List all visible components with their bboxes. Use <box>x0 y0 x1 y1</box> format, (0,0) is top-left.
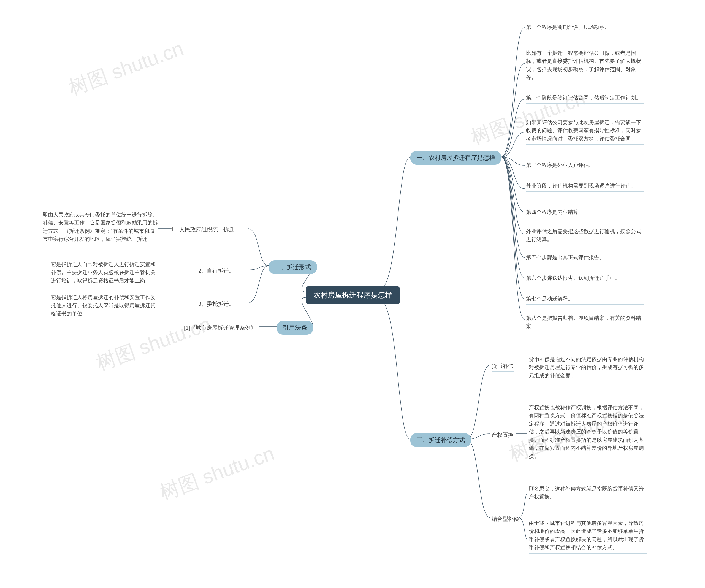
leaf-b1-11: 第八个是把报告归档。即项目结案，有关的资料结案。 <box>526 314 645 332</box>
leaf-b1-5: 外业阶段，评估机构需要到现场逐户进行评估。 <box>526 182 645 192</box>
leaf-b3-2-0: 顾名思义，这种补偿方式就是指既给货币补偿又给产权置换。 <box>529 485 647 503</box>
leaf-b1-9: 第六个步骤送达报告。送到拆迁户手中。 <box>526 274 645 284</box>
watermark: 树图 shutu.cn <box>93 311 215 376</box>
leaf-b1-6: 第四个程序是内业结算。 <box>526 208 645 218</box>
watermark: 树图 shutu.cn <box>156 440 278 506</box>
leaf-b1-8: 第五个步骤是出具正式评估报告。 <box>526 254 645 263</box>
leaf-b3-0-0: 货币补偿是通过不同的法定依据由专业的评估机构对被拆迁房屋进行专业的估价，生成有据… <box>529 355 647 381</box>
leaf-b1-7: 外业评估之后需要把这些数据进行输机，按照公式进行测算。 <box>526 227 645 245</box>
sub-b2-1-title[interactable]: 2、自行拆迁。 <box>198 266 234 276</box>
sub-b2-2-title[interactable]: 3、委托拆迁。 <box>198 299 234 309</box>
leaf-b1-10: 第七个是动迁解释。 <box>526 295 645 305</box>
leaf-b1-3: 如果某评估公司要参与此次房屋拆迁，需要谈一下收费的问题。评估收费国家有指导性标准… <box>526 119 645 145</box>
branch-compensation[interactable]: 三、拆迁补偿方式 <box>410 433 471 447</box>
leaf-b2-1-desc: 它是指拆迁人自己对被拆迁人进行拆迁安置和补偿。主要拆迁业务人员必须在拆迁主管机关… <box>51 260 158 286</box>
branch-procedure[interactable]: 一、农村房屋拆迁程序是怎样 <box>410 151 501 165</box>
watermark: 树图 shutu.cn <box>65 35 187 101</box>
branch-citation[interactable]: 引用法条 <box>277 321 313 334</box>
leaf-b1-4: 第三个程序是外业入户评估。 <box>526 161 645 171</box>
sub-b2-0-title[interactable]: 1、人民政府组织统一拆迁。 <box>171 224 240 235</box>
leaf-b3-1-0: 产权置换也被称作产权调换，根据评估方法不同，有两种置换方式。价值标准产权置换指的… <box>529 404 647 462</box>
root-node[interactable]: 农村房屋拆迁程序是怎样 <box>306 286 400 304</box>
leaf-b1-1: 比如有一个拆迁工程需要评估公司做，或者是招标，或者是直接委托评估机构。首先要了解… <box>526 49 645 84</box>
sub-b3-2-title[interactable]: 结合型补偿 <box>491 514 519 525</box>
leaf-b3-2-1: 由于我国城市化进程与其他诸多客观因素，导致房价和地价的虚高，因此造成了诸多不能够… <box>529 519 647 553</box>
leaf-b4-0: [1]《城市房屋拆迁管理条例》 <box>184 323 256 333</box>
branch-form[interactable]: 二、拆迁形式 <box>269 260 317 274</box>
leaf-b2-2-desc: 它是指拆迁人将房屋拆迁的补偿和安置工作委托他人进行。被委托人应当是取得房屋拆迁资… <box>51 293 158 319</box>
leaf-b1-0: 第一个程序是前期洽谈、现场勘察。 <box>526 23 645 33</box>
sub-b3-1-title[interactable]: 产权置换 <box>491 429 514 440</box>
leaf-b2-0-desc: 即由人民政府或其专门委托的单位统一进行拆除、补偿、安置等工作。它是国家提倡和鼓励… <box>43 211 158 245</box>
leaf-b1-2: 第二个阶段是签订评估合同，然后制定工作计划。 <box>526 94 645 103</box>
sub-b3-0-title[interactable]: 货币补偿 <box>491 361 514 371</box>
